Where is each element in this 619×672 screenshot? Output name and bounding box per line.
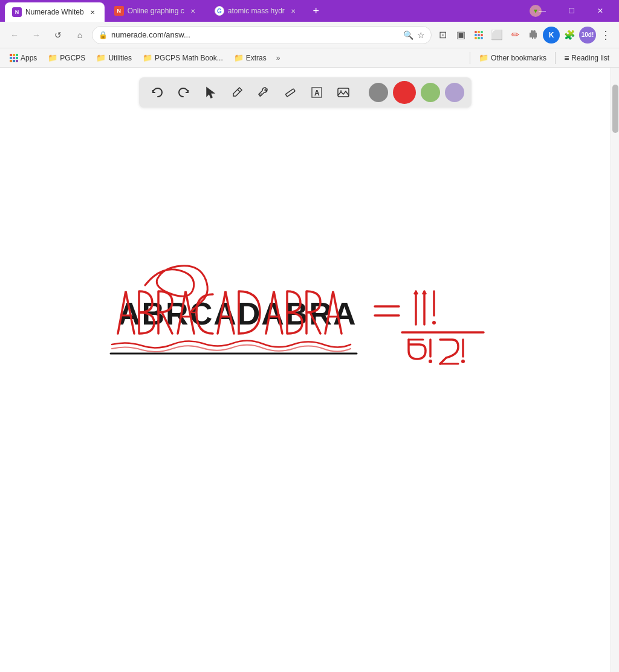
- svg-point-28: [429, 360, 432, 363]
- apps-grid-icon: [474, 30, 484, 40]
- tab-atomic[interactable]: G atomic mass hydr ✕: [207, 2, 305, 20]
- pgcps-label: PGCPS: [60, 54, 85, 62]
- whiteboard-canvas: ABRCADABRA: [0, 68, 611, 672]
- svg-rect-17: [16, 60, 18, 62]
- svg-point-8: [481, 37, 483, 39]
- titlebar: N Numerade Whiteb ✕ N Online graphing c …: [0, 0, 619, 22]
- svg-rect-15: [10, 60, 12, 62]
- cast-button[interactable]: ▣: [452, 27, 469, 44]
- window-controls: — ☐ ✕: [528, 4, 614, 18]
- svg-point-5: [481, 34, 483, 36]
- other-bookmarks-folder-icon: 📁: [479, 53, 488, 62]
- bookmarks-bar: Apps 📁 PGCPS 📁 Utilities 📁 PGCPS Math Bo…: [0, 48, 619, 68]
- bookmark-apps[interactable]: Apps: [5, 53, 42, 63]
- new-tab-button[interactable]: +: [308, 2, 325, 19]
- apps-bookmark-icon: [10, 54, 18, 62]
- nav-toolbar-icons: ⊡ ▣ ⬜ ✏ K: [434, 27, 614, 44]
- tab-numerade-label: Numerade Whiteb: [25, 8, 84, 16]
- user-avatar[interactable]: 10d!: [579, 27, 596, 44]
- svg-point-1: [478, 31, 480, 33]
- tab-atomic-close[interactable]: ✕: [288, 6, 298, 16]
- bookmark-utilities[interactable]: 📁 Utilities: [91, 52, 137, 63]
- puzzle-button[interactable]: 🧩: [561, 27, 578, 44]
- pgcps-math-label: PGCPS Math Book...: [155, 54, 223, 62]
- reading-list-icon: ≡: [564, 53, 569, 63]
- svg-rect-14: [16, 57, 18, 59]
- svg-point-4: [478, 34, 480, 36]
- tab-organizer-button[interactable]: ⬜: [488, 27, 505, 44]
- utilities-folder-icon: 📁: [96, 53, 106, 62]
- apps-button[interactable]: [470, 27, 487, 44]
- address-text: numerade.com/answ...: [111, 30, 400, 39]
- bookmark-pgcps-math[interactable]: 📁 PGCPS Math Book...: [138, 52, 228, 63]
- pgcps-folder-icon: 📁: [48, 53, 57, 62]
- extensions-icon: [528, 30, 538, 40]
- apps-label: Apps: [21, 54, 37, 62]
- svg-point-0: [475, 31, 477, 33]
- more-bookmarks-button[interactable]: »: [273, 53, 284, 63]
- svg-point-27: [432, 321, 436, 325]
- tab-graphing-label: Online graphing c: [128, 7, 184, 15]
- svg-rect-16: [13, 60, 15, 62]
- tab-numerade-close[interactable]: ✕: [88, 7, 97, 17]
- svg-rect-13: [13, 57, 15, 59]
- vertical-scrollbar-thumb[interactable]: [612, 85, 618, 133]
- tab-numerade[interactable]: N Numerade Whiteb ✕: [5, 2, 105, 22]
- reading-list-label: Reading list: [571, 54, 609, 62]
- svg-rect-11: [16, 54, 18, 56]
- extras-label: Extras: [246, 54, 267, 62]
- pgcps-math-folder-icon: 📁: [143, 53, 152, 62]
- svg-point-29: [461, 360, 465, 363]
- svg-rect-9: [10, 54, 12, 56]
- whiteboard[interactable]: A ABRCADABRA: [0, 68, 611, 672]
- reload-button[interactable]: ↺: [48, 25, 68, 45]
- minimize-button[interactable]: —: [528, 4, 556, 18]
- utilities-label: Utilities: [108, 54, 132, 62]
- close-button[interactable]: ✕: [586, 4, 614, 18]
- tab-graphing-close[interactable]: ✕: [188, 6, 198, 16]
- bookmark-reading-list[interactable]: ≡ Reading list: [559, 52, 614, 64]
- profile-k-button[interactable]: K: [543, 27, 560, 44]
- bookmarks-separator-2: [555, 52, 556, 64]
- draw-button[interactable]: ✏: [507, 27, 523, 44]
- address-bar[interactable]: 🔒 numerade.com/answ... 🔍 ☆: [92, 26, 432, 44]
- maximize-button[interactable]: ☐: [557, 4, 585, 18]
- svg-point-3: [475, 34, 477, 36]
- other-bookmarks-label: Other bookmarks: [491, 54, 546, 62]
- bookmarks-separator: [470, 52, 470, 64]
- svg-rect-10: [13, 54, 15, 56]
- extras-folder-icon: 📁: [234, 53, 244, 62]
- numerade-favicon: N: [12, 7, 22, 17]
- tab-graphing[interactable]: N Online graphing c ✕: [107, 2, 205, 20]
- google-favicon: G: [215, 6, 224, 16]
- graphing-favicon: N: [114, 6, 124, 16]
- svg-rect-12: [10, 57, 12, 59]
- address-star-icon[interactable]: ☆: [417, 30, 425, 40]
- navbar: ← → ↺ ⌂ 🔒 numerade.com/answ... 🔍 ☆ ⊡ ▣: [0, 22, 619, 48]
- extensions-button[interactable]: [525, 27, 542, 44]
- svg-point-7: [478, 37, 480, 39]
- bookmark-extras[interactable]: 📁 Extras: [229, 52, 271, 63]
- vertical-scrollbar[interactable]: [611, 68, 619, 672]
- bookmark-other[interactable]: 📁 Other bookmarks: [474, 52, 551, 63]
- lock-icon: 🔒: [99, 31, 108, 39]
- menu-button[interactable]: ⋮: [597, 27, 614, 44]
- forward-button[interactable]: →: [27, 25, 46, 45]
- svg-point-2: [481, 31, 483, 33]
- svg-point-6: [475, 37, 477, 39]
- screen-share-button[interactable]: ⊡: [434, 27, 451, 44]
- bookmark-pgcps[interactable]: 📁 PGCPS: [43, 52, 90, 63]
- back-button[interactable]: ←: [5, 25, 24, 45]
- content-area: A ABRCADABRA: [0, 68, 619, 672]
- tab-atomic-label: atomic mass hydr: [228, 7, 285, 15]
- home-button[interactable]: ⌂: [70, 25, 89, 45]
- address-search-icon: 🔍: [403, 30, 413, 40]
